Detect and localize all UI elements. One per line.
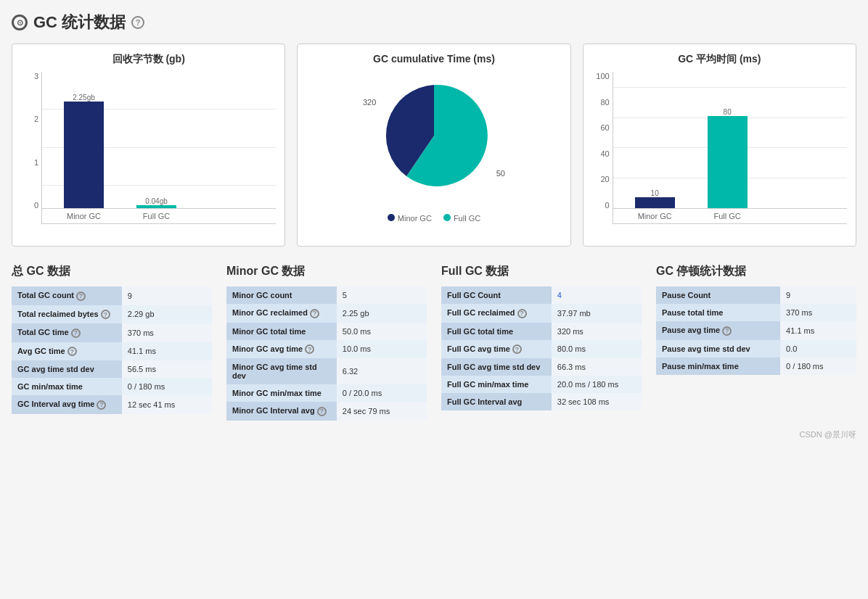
val-cell: 50.0 ms <box>337 323 427 340</box>
key-cell: Full GC reclaimed ? <box>441 304 552 323</box>
val-cell: 370 ms <box>780 304 856 321</box>
charts-row: 回收字节数 (gb) 3 2 1 0 2.25gb 0.04 <box>12 44 856 247</box>
key-cell: Total GC time ? <box>12 323 122 342</box>
section-pause-title: GC 停顿统计数据 <box>656 264 856 279</box>
val-cell: 0.0 <box>780 340 856 358</box>
val-cell: 0 / 180 ms <box>122 378 212 395</box>
val-cell: 320 ms <box>552 323 642 340</box>
section-minor-title: Minor GC 数据 <box>226 264 427 279</box>
watermark: CSDN @景川呀 <box>12 429 856 440</box>
minor-gc-table: Minor GC count 5 Minor GC reclaimed ? 2.… <box>226 286 427 421</box>
section-total-title: 总 GC 数据 <box>12 264 212 279</box>
table-row: Pause total time 370 ms <box>656 304 856 321</box>
total-gc-table: Total GC count ? 9 Total reclaimed bytes… <box>12 286 212 414</box>
key-cell: Total GC count ? <box>12 286 122 305</box>
table-row: Minor GC Interval avg ? 24 sec 79 ms <box>226 402 427 421</box>
key-cell: Full GC min/max time <box>441 376 552 393</box>
val-cell: 20.0 ms / 180 ms <box>552 376 642 393</box>
help-icon[interactable]: ? <box>310 309 319 318</box>
section-full-title: Full GC 数据 <box>441 264 642 279</box>
table-row: Full GC reclaimed ? 37.97 mb <box>441 304 642 323</box>
chart2-title: GC cumulative Time (ms) <box>306 53 561 65</box>
pause-gc-table: Pause Count 9 Pause total time 370 ms Pa… <box>656 286 856 375</box>
key-cell: GC avg time std dev <box>12 360 122 378</box>
chart1-title: 回收字节数 (gb) <box>21 53 276 66</box>
key-cell: Total reclaimed bytes ? <box>12 305 122 324</box>
table-row: GC Interval avg time ? 12 sec 41 ms <box>12 395 212 414</box>
table-row: Total GC count ? 9 <box>12 286 212 305</box>
data-sections: 总 GC 数据 Total GC count ? 9 Total reclaim… <box>12 264 856 421</box>
help-icon[interactable]: ? <box>76 292 86 301</box>
key-cell: Minor GC count <box>226 286 337 304</box>
bar-minor-gc: 2.25gb <box>64 94 104 209</box>
table-row: Pause min/max time 0 / 180 ms <box>656 358 856 375</box>
table-row: Minor GC avg time ? 10.0 ms <box>226 340 427 359</box>
table-row: Avg GC time ? 41.1 ms <box>12 342 212 361</box>
bar2-full: 80 <box>708 108 748 209</box>
val-cell: 6.32 <box>337 358 427 384</box>
table-row: Minor GC min/max time 0 / 20.0 ms <box>226 384 427 402</box>
table-row: Pause avg time std dev 0.0 <box>656 340 856 358</box>
key-cell: Minor GC avg time ? <box>226 340 337 359</box>
val-cell: 370 ms <box>122 323 212 342</box>
section-minor-gc: Minor GC 数据 Minor GC count 5 Minor GC re… <box>226 264 427 421</box>
help-icon[interactable]: ? <box>517 309 527 318</box>
val-cell: 24 sec 79 ms <box>337 402 427 421</box>
chart2-y-axis: 100 80 60 40 20 0 <box>592 72 613 224</box>
key-cell: Pause min/max time <box>656 358 780 375</box>
table-row: Minor GC avg time std dev 6.32 <box>226 358 427 384</box>
val-cell: 32 sec 108 ms <box>552 393 642 410</box>
chart1-bars: 2.25gb 0.04gb Minor GC Full GC <box>41 72 276 224</box>
help-icon[interactable]: ? <box>317 407 327 416</box>
table-row: GC avg time std dev 56.5 ms <box>12 360 212 378</box>
val-cell: 37.97 mb <box>552 304 642 323</box>
page-title: ⊙ GC 统计数据 ? <box>12 12 856 33</box>
key-cell: Pause Count <box>656 286 780 304</box>
help-icon[interactable]: ? <box>512 344 522 354</box>
help-icon[interactable]: ? <box>97 400 106 410</box>
key-cell: Full GC total time <box>441 323 552 340</box>
val-cell: 41.1 ms <box>780 321 856 340</box>
key-cell: GC Interval avg time ? <box>12 395 122 414</box>
val-cell: 0 / 20.0 ms <box>337 384 427 402</box>
val-cell: 41.1 ms <box>122 342 212 361</box>
help-icon[interactable]: ? <box>722 326 732 336</box>
val-cell: 10.0 ms <box>337 340 427 359</box>
section-full-gc: Full GC 数据 Full GC Count 4 Full GC recla… <box>441 264 642 421</box>
bar2-minor: 10 <box>635 189 675 209</box>
key-cell: Minor GC min/max time <box>226 384 337 402</box>
val-cell: 9 <box>780 286 856 304</box>
section-pause-gc: GC 停顿统计数据 Pause Count 9 Pause total time… <box>656 264 856 421</box>
help-icon[interactable]: ? <box>101 310 110 319</box>
key-cell: Pause avg time ? <box>656 321 780 340</box>
key-cell: Minor GC total time <box>226 323 337 340</box>
table-row: Full GC total time 320 ms <box>441 323 642 340</box>
table-row: Full GC min/max time 20.0 ms / 180 ms <box>441 376 642 393</box>
chart2-bars: 10 80 Minor GC Full GC <box>613 72 847 224</box>
help-icon[interactable]: ? <box>67 347 77 356</box>
bar-full-gc: 0.04gb <box>136 197 176 209</box>
key-cell: Minor GC reclaimed ? <box>226 304 337 323</box>
table-row: Full GC avg time ? 80.0 ms <box>441 340 642 359</box>
val-cell: 2.25 gb <box>337 304 427 323</box>
chart-reclaimed-bytes: 回收字节数 (gb) 3 2 1 0 2.25gb 0.04 <box>12 44 285 247</box>
key-cell: Full GC avg time std dev <box>441 358 552 376</box>
help-icon[interactable]: ? <box>71 329 81 338</box>
pie-chart: 320 50 <box>376 78 492 194</box>
val-cell: 0 / 180 ms <box>780 358 856 375</box>
val-cell: 12 sec 41 ms <box>122 395 212 414</box>
chart-cumulative-time: GC cumulative Time (ms) 320 50 Minor GC … <box>297 44 570 247</box>
val-cell: 56.5 ms <box>122 360 212 378</box>
table-row: Minor GC reclaimed ? 2.25 gb <box>226 304 427 323</box>
title-help-icon[interactable]: ? <box>131 16 144 29</box>
table-row: Full GC Count 4 <box>441 286 642 304</box>
key-cell: Full GC Count <box>441 286 552 304</box>
table-row: Total reclaimed bytes ? 2.29 gb <box>12 305 212 324</box>
val-cell: 5 <box>337 286 427 304</box>
help-icon[interactable]: ? <box>305 344 314 354</box>
val-cell: 2.29 gb <box>122 305 212 324</box>
val-cell: 4 <box>552 286 642 304</box>
pie-legend: Minor GC Full GC <box>388 214 480 223</box>
section-total-gc: 总 GC 数据 Total GC count ? 9 Total reclaim… <box>12 264 212 421</box>
key-cell: Full GC avg time ? <box>441 340 552 359</box>
